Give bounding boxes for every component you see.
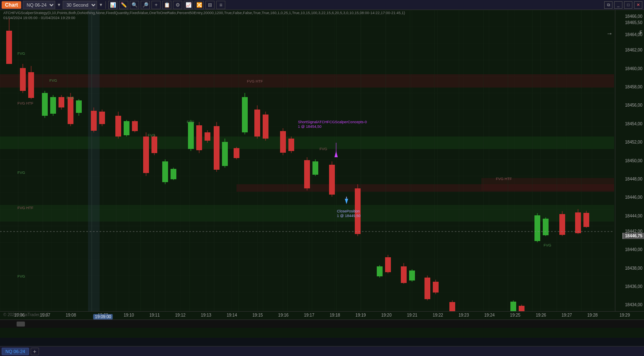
svg-rect-36: [6, 31, 12, 64]
timeframe-dropdown[interactable]: 30 Second: [63, 1, 97, 9]
price-label: 18466,00: [625, 14, 642, 18]
symbol-dropdown[interactable]: NQ 06-24: [23, 1, 55, 9]
svg-rect-108: [401, 266, 407, 283]
svg-rect-46: [59, 97, 64, 107]
svg-rect-122: [534, 215, 540, 241]
svg-rect-48: [68, 97, 73, 124]
top-bar: Chart NQ 06-24 ▼ 30 Second ▼ 📊 ✏️ 🔍 🔎 + …: [0, 0, 644, 10]
price-label: 18456,00: [625, 103, 642, 107]
restore-button[interactable]: ⧉: [604, 1, 612, 9]
svg-rect-58: [124, 121, 129, 135]
bar-chart-icon[interactable]: 📊: [108, 1, 117, 9]
strategy-icon[interactable]: 🔀: [195, 1, 204, 9]
svg-rect-72: [196, 125, 202, 150]
svg-rect-128: [575, 212, 581, 233]
price-label: 18434,00: [625, 302, 642, 307]
svg-rect-74: [205, 132, 210, 141]
settings-icon[interactable]: ≡: [216, 1, 225, 9]
data-icon[interactable]: 📋: [162, 1, 171, 9]
svg-rect-104: [377, 266, 383, 276]
price-label: 18465,50: [625, 20, 642, 24]
time-label: 19:28: [587, 313, 598, 317]
svg-text:FVG: FVG: [17, 51, 25, 56]
plus-icon[interactable]: +: [151, 1, 161, 9]
svg-rect-70: [188, 122, 194, 149]
price-label: 18440,00: [625, 247, 642, 252]
svg-rect-126: [559, 214, 565, 235]
svg-rect-90: [288, 139, 294, 151]
layout-icon[interactable]: ⊞: [205, 1, 215, 9]
svg-text:FVG: FVG: [320, 147, 327, 151]
time-label: 19:13: [201, 313, 211, 317]
minimize-button[interactable]: _: [614, 1, 622, 9]
svg-rect-44: [50, 97, 56, 114]
chart-container[interactable]: ATCHFVGScalperStrategy(0,10,Points,Both,…: [0, 10, 644, 338]
svg-rect-38: [20, 68, 26, 91]
svg-rect-64: [151, 137, 157, 153]
price-label: 18462,00: [625, 48, 642, 52]
time-label: 19:08: [66, 313, 76, 317]
svg-rect-82: [242, 97, 248, 132]
properties-icon[interactable]: ⚙: [173, 1, 182, 9]
svg-rect-42: [42, 93, 48, 116]
svg-rect-96: [329, 165, 335, 195]
time-label: 19:11: [149, 313, 160, 317]
svg-rect-88: [280, 131, 286, 153]
time-label: 19:29: [620, 313, 630, 317]
tab-bar: NQ 06-24 +: [0, 346, 644, 356]
price-label: 18444,00: [625, 213, 642, 218]
price-label: 18450,00: [625, 158, 642, 163]
svg-rect-116: [449, 302, 455, 312]
scrollbar-thumb[interactable]: [17, 322, 25, 327]
svg-rect-54: [99, 112, 105, 124]
svg-rect-66: [162, 161, 168, 182]
time-label: 19:21: [407, 313, 417, 317]
time-label: 19:14: [227, 313, 237, 317]
time-label: 19:17: [304, 313, 314, 317]
svg-rect-124: [543, 219, 549, 235]
time-label: 19:23: [459, 313, 469, 317]
svg-text:FVG: FVG: [49, 78, 57, 83]
svg-text:FVG HTF: FVG HTF: [496, 177, 512, 181]
time-label: 19:24: [484, 313, 495, 317]
price-label: 18436,00: [625, 284, 642, 289]
svg-rect-78: [222, 142, 228, 166]
svg-text:FVG: FVG: [17, 274, 25, 278]
price-label: 18438,00: [625, 266, 642, 270]
svg-rect-34: [88, 10, 100, 317]
zoom-out-icon[interactable]: 🔎: [141, 1, 150, 9]
svg-text:FVG: FVG: [148, 133, 156, 137]
maximize-button[interactable]: □: [624, 1, 632, 9]
candles-svg: FVG FVG FVG FVG HTF FVG HTF FVG FVG FVG …: [0, 10, 614, 317]
svg-text:FVG HTF: FVG HTF: [247, 79, 263, 83]
svg-text:ShortSignalATCHFCGScalperConce: ShortSignalATCHFCGScalperConcepts-0: [298, 120, 367, 124]
add-tab-button[interactable]: +: [31, 348, 39, 355]
svg-rect-130: [583, 213, 589, 227]
svg-text:FVG HTF: FVG HTF: [17, 101, 34, 105]
scroll-right-button[interactable]: →: [606, 30, 613, 37]
time-label: 19:16: [278, 313, 288, 317]
svg-rect-86: [263, 115, 268, 139]
time-label: 19:10: [124, 313, 134, 317]
svg-text:FVG: FVG: [187, 120, 195, 124]
zoom-in-icon[interactable]: 🔍: [130, 1, 139, 9]
svg-rect-106: [385, 257, 391, 272]
time-label: 19:20: [381, 313, 392, 317]
pencil-icon[interactable]: ✏️: [119, 1, 128, 9]
chart-menu-button[interactable]: Chart: [2, 1, 21, 9]
svg-text:ClosePosition: ClosePosition: [337, 209, 360, 213]
time-label: 19:27: [561, 313, 572, 317]
svg-text:FVG: FVG: [544, 243, 551, 247]
copyright-text: © 2024 NinjaTrader, LLC: [3, 312, 49, 317]
chart-tab-nq[interactable]: NQ 06-24: [2, 348, 29, 355]
svg-text:FVG: FVG: [66, 96, 74, 100]
indicators-icon[interactable]: 📈: [184, 1, 193, 9]
close-button[interactable]: ✕: [634, 1, 642, 9]
scrollbar-area[interactable]: [0, 319, 644, 328]
price-label: 18458,00: [625, 85, 642, 89]
price-label: 18454,00: [625, 121, 642, 126]
svg-rect-68: [171, 169, 176, 179]
time-label: 19:22: [433, 313, 443, 317]
svg-rect-56: [115, 116, 121, 137]
svg-rect-80: [234, 148, 239, 158]
